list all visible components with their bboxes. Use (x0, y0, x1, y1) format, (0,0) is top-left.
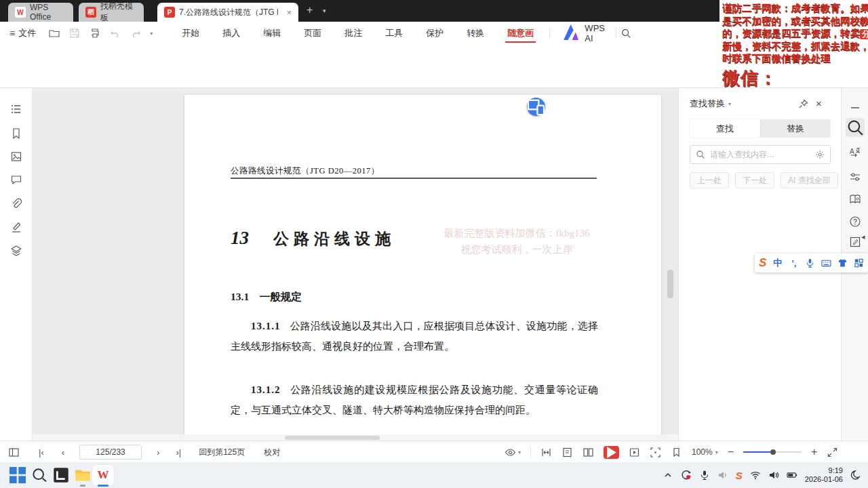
comment-icon[interactable] (10, 174, 22, 186)
back-to-page-button[interactable]: 回到第125页 (199, 447, 245, 458)
save-icon[interactable] (68, 27, 81, 39)
proofread-button[interactable]: 校对 (264, 447, 280, 458)
file-menu[interactable]: ≡ 文件 (9, 27, 36, 39)
tab-docer-template[interactable]: 稻 找稻壳模板 (79, 3, 144, 22)
punctuation-icon[interactable]: ’, (789, 258, 799, 268)
tab-document-active[interactable]: P 7.公路路线设计规范（JTG D20-2 × (157, 3, 298, 22)
search-icon[interactable] (620, 28, 631, 39)
tray-microphone-icon[interactable] (699, 470, 710, 481)
settings-sliders-icon[interactable] (849, 171, 861, 183)
taskbar-search-icon[interactable] (31, 467, 47, 483)
find-input[interactable] (710, 150, 810, 159)
screen-record-icon[interactable] (681, 470, 692, 481)
menu-item-protect[interactable]: 保护 (414, 22, 455, 45)
tab-find[interactable]: 查找 (690, 119, 760, 138)
vertical-scrollbar-thumb[interactable] (667, 270, 673, 298)
bookmark-icon[interactable] (10, 127, 22, 140)
fit-width-icon[interactable] (540, 447, 552, 458)
focus-mode-icon[interactable] (650, 447, 661, 458)
play-presentation-button[interactable] (604, 446, 619, 459)
pin-icon[interactable] (798, 99, 808, 109)
horizontal-scrollbar-thumb[interactable] (285, 436, 380, 440)
signature-pen-icon[interactable] (10, 221, 22, 233)
sidebar-toggle-icon[interactable] (8, 447, 20, 458)
view-options-button[interactable]: ▾ (505, 447, 521, 458)
autoplay-page-icon[interactable] (629, 447, 640, 458)
do-not-disturb-moon-icon[interactable] (850, 470, 861, 481)
menu-item-comment[interactable]: 批注 (333, 22, 374, 45)
toolbox-grid-icon[interactable] (854, 258, 864, 268)
skin-tshirt-icon[interactable] (837, 258, 848, 268)
open-folder-icon[interactable] (48, 27, 60, 39)
menu-item-home[interactable]: 开始 (170, 22, 211, 45)
image-icon[interactable] (10, 150, 22, 163)
microphone-icon[interactable] (805, 258, 815, 268)
menu-item-page[interactable]: 页面 (292, 22, 333, 45)
tab-close-icon[interactable]: × (286, 7, 292, 18)
start-button[interactable] (9, 467, 26, 483)
menu-item-edit[interactable]: 编辑 (252, 22, 292, 45)
sogou-input-toolbar: S 中 ’, (755, 253, 868, 272)
gear-icon[interactable] (815, 150, 825, 159)
horizontal-scrollbar[interactable] (33, 434, 678, 441)
collapse-panel-icon[interactable] (849, 102, 861, 114)
find-tool-icon[interactable] (846, 118, 865, 137)
chinese-mode-icon[interactable]: 中 (772, 258, 783, 268)
menu-item-convert[interactable]: 转换 (455, 22, 496, 45)
layers-icon[interactable] (10, 245, 22, 257)
help-icon[interactable] (849, 216, 861, 228)
zoom-level-dropdown[interactable]: 100% ▾ (692, 447, 718, 457)
volume-icon[interactable] (768, 470, 779, 481)
outline-icon[interactable] (10, 103, 22, 115)
chevron-down-icon: ▾ (728, 101, 731, 107)
file-explorer-icon[interactable] (75, 467, 91, 483)
menu-item-tools[interactable]: 工具 (374, 22, 414, 45)
sogou-tray-icon[interactable]: S (736, 470, 743, 481)
audio-device-muted-icon[interactable] (717, 470, 728, 481)
zoom-slider[interactable] (743, 449, 802, 455)
page-indicator-box[interactable]: 125/233 (79, 445, 142, 460)
soft-keyboard-icon[interactable] (821, 258, 831, 268)
attachment-icon[interactable] (10, 197, 22, 209)
redo-icon[interactable] (130, 27, 142, 39)
next-page-button[interactable]: › (157, 447, 159, 458)
wps-taskbar-icon[interactable]: W (95, 467, 111, 483)
single-page-view-icon[interactable] (561, 447, 573, 458)
tray-expand-chevron-icon[interactable] (663, 470, 673, 481)
menu-item-freedraw[interactable]: 随意画 (496, 22, 545, 45)
taskbar-app-icon[interactable] (53, 467, 69, 483)
find-previous-button[interactable]: 上一处 (690, 172, 729, 188)
print-icon[interactable] (89, 27, 101, 39)
two-page-view-icon[interactable] (583, 447, 594, 458)
first-page-button[interactable]: |‹ (39, 447, 44, 458)
document-viewport[interactable]: 公路路线设计规范（JTG D20—2017） 最新完整版资料加微信：fkbg13… (33, 88, 678, 441)
tab-label: 7.公路路线设计规范（JTG D20-2 (179, 7, 278, 18)
zoom-in-button[interactable]: + (811, 446, 817, 458)
menu-item-insert[interactable]: 插入 (211, 22, 252, 45)
quick-access-chevron-icon[interactable]: ▾ (150, 30, 153, 37)
battery-icon[interactable] (787, 470, 797, 481)
find-panel-title[interactable]: 查找替换 ▾ (690, 98, 731, 110)
tab-wps-office[interactable]: W WPS Office (8, 3, 73, 22)
edit-note-icon[interactable] (849, 236, 861, 248)
ai-find-all-button[interactable]: AI 查找全部 (781, 172, 838, 188)
sogou-logo-icon[interactable]: S (759, 256, 766, 270)
new-tab-button[interactable]: + (307, 5, 313, 16)
undo-icon[interactable] (109, 27, 121, 39)
wps-ai-button[interactable]: WPS AI (554, 23, 612, 43)
zoom-out-button[interactable]: − (728, 446, 734, 458)
wifi-icon[interactable] (750, 470, 761, 481)
mobile-sync-floating-button[interactable] (527, 98, 545, 116)
tab-list-chevron-icon[interactable]: ▾ (323, 7, 326, 14)
bookmark-ribbon-icon[interactable] (671, 447, 682, 458)
panel-collapse-arrow-icon[interactable]: ◂ (861, 232, 865, 241)
close-icon[interactable]: × (816, 98, 822, 109)
tab-replace[interactable]: 替换 (760, 119, 831, 138)
read-mode-icon[interactable] (849, 193, 861, 205)
last-page-button[interactable]: ›| (176, 447, 181, 458)
taskbar-clock[interactable]: 9:19 2026-01-06 (805, 466, 843, 484)
translate-icon[interactable]: A (849, 146, 861, 159)
previous-page-button[interactable]: ‹ (62, 447, 64, 458)
fullscreen-icon[interactable] (827, 447, 838, 458)
find-next-button[interactable]: 下一处 (735, 172, 774, 188)
